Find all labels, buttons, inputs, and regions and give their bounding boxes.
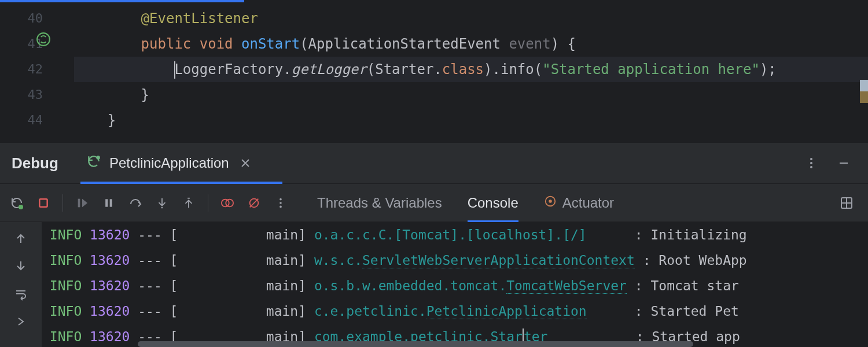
horizontal-scrollbar[interactable] [138,341,693,347]
svg-point-1 [96,156,100,160]
svg-rect-9 [110,199,112,206]
svg-rect-11 [187,197,190,198]
mute-breakpoints-button[interactable] [242,191,266,215]
restart-debug-icon [86,154,101,172]
code-token: . [283,61,291,77]
run-config-label: PetclinicApplication [109,155,229,171]
debug-toolwindow-header: Debug PetclinicApplication [0,142,868,184]
tab-label: Actuator [562,195,614,211]
resume-button[interactable] [70,191,94,215]
svg-point-15 [279,198,282,200]
svg-point-13 [226,199,233,206]
scroll-down-icon[interactable] [13,258,29,274]
tab-console[interactable]: Console [468,184,518,222]
keyword: class [442,61,484,77]
punct: ( [300,36,308,52]
stop-button[interactable] [31,191,56,215]
svg-point-19 [549,200,552,203]
svg-point-3 [810,162,812,164]
scroll-up-icon[interactable] [13,230,29,246]
editor-code[interactable]: @EventListener public void onStart(Appli… [74,0,868,142]
run-config-tab[interactable]: PetclinicApplication [86,143,253,183]
minimize-icon[interactable] [836,155,852,171]
more-debug-icon[interactable] [269,191,293,215]
svg-point-12 [222,199,229,206]
tab-label: Console [468,195,518,211]
step-over-button[interactable] [123,191,148,215]
svg-point-17 [279,205,282,208]
view-breakpoints-button[interactable] [215,191,240,215]
svg-point-5 [19,205,23,209]
tab-threads-variables[interactable]: Threads & Variables [317,184,442,222]
pause-button[interactable] [97,191,121,215]
svg-point-2 [810,158,812,160]
soft-wrap-icon[interactable] [13,286,29,302]
console-line: INFO 13620 --- [ main] w.s.c.ServletWebS… [42,248,868,273]
editor-gutter[interactable]: 40 41 42 43 44 [0,0,74,142]
param-type: ApplicationStartedEvent [308,36,509,52]
layout-settings-button[interactable] [834,191,859,215]
console-line: INFO 13620 --- [ main] o.s.b.w.embedded.… [42,273,868,298]
rerun-button[interactable] [5,191,29,215]
code-token: LoggerFactory [174,61,283,77]
keyword: public [141,36,192,52]
param-name: event [509,36,550,52]
event-listener-gutter-icon[interactable] [36,32,51,47]
code-token: getLogger [292,61,367,77]
tab-label: Threads & Variables [317,195,442,211]
separator [208,194,208,212]
svg-rect-7 [78,198,80,207]
actuator-icon [544,195,557,211]
line-number[interactable]: 43 [0,82,74,108]
svg-point-0 [37,33,50,46]
annotation: @EventListener [141,10,258,27]
console-line: INFO 13620 --- [ main] c.e.petclinic.Pet… [42,298,868,324]
line-number[interactable]: 42 [0,57,74,82]
code-token: (Starter. [367,61,442,77]
svg-rect-8 [105,199,108,206]
svg-point-4 [810,166,812,168]
svg-rect-6 [39,199,47,206]
tab-underline [80,182,282,184]
code-token: ); [760,61,777,77]
punct: ) { [551,36,576,52]
string-literal: "Started application here" [542,61,760,77]
toolwindow-title: Debug [12,154,58,172]
debug-toolbar: Threads & Variables Console Actuator [0,184,868,222]
console-panel: INFO 13620 --- [ main] o.a.c.c.C.[Tomcat… [0,222,868,347]
brace: } [108,112,116,128]
console-output[interactable]: INFO 13620 --- [ main] o.a.c.c.C.[Tomcat… [42,222,868,347]
step-out-button[interactable] [176,191,201,215]
svg-point-16 [279,202,282,204]
method-name: onStart [241,36,300,52]
more-icon[interactable] [803,155,819,171]
scrollbar-marker[interactable] [860,80,868,103]
debug-subtabs: Threads & Variables Console Actuator [317,184,614,222]
close-tab-button[interactable] [237,155,253,171]
svg-rect-10 [161,207,163,208]
brace: } [141,87,149,103]
line-number[interactable]: 40 [0,6,74,31]
editor-pane[interactable]: 40 41 42 43 44 @EventListener public voi… [0,0,868,142]
line-number[interactable]: 44 [0,108,74,133]
separator [62,194,63,212]
scroll-to-end-icon[interactable] [13,313,29,330]
code-token: ).info( [484,61,542,77]
tab-actuator[interactable]: Actuator [544,184,614,222]
step-into-button[interactable] [150,191,174,215]
console-line: INFO 13620 --- [ main] o.a.c.c.C.[Tomcat… [42,222,868,248]
console-toolbar [0,222,42,347]
keyword: void [200,36,233,52]
